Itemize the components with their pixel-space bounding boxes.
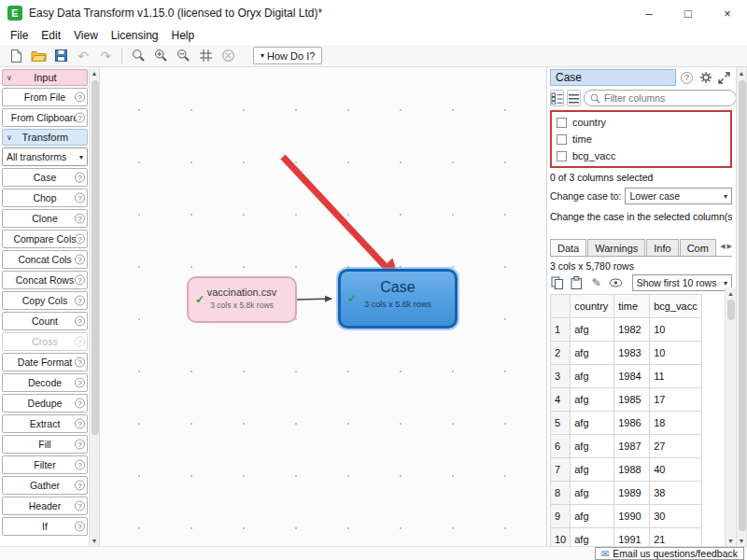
- input-section-header[interactable]: ∨ Input: [2, 69, 88, 86]
- help-icon[interactable]: ?: [75, 481, 85, 491]
- node-vaccination-csv[interactable]: ✓ vaccination.csv 3 cols x 5.8k rows: [187, 276, 297, 323]
- sidebar-item-concat-cols[interactable]: Concat Cols?: [2, 250, 88, 269]
- menu-licensing[interactable]: Licensing: [105, 27, 165, 44]
- panel-expand-button[interactable]: [716, 70, 732, 86]
- sidebar-scrollbar[interactable]: ▲ ▼: [89, 67, 100, 546]
- scrollbar-thumb[interactable]: [739, 80, 746, 531]
- sidebar-item-compare-cols[interactable]: Compare Cols?: [2, 230, 88, 248]
- panel-settings-button[interactable]: [698, 70, 713, 86]
- help-icon[interactable]: ?: [75, 460, 85, 470]
- how-do-i-button[interactable]: ▾ How Do I?: [253, 47, 322, 64]
- menu-view[interactable]: View: [67, 27, 105, 44]
- column-row-bcg-vacc[interactable]: bcg_vacc: [552, 147, 730, 164]
- help-icon[interactable]: ?: [75, 316, 85, 327]
- help-icon[interactable]: ?: [75, 214, 85, 224]
- column-row-time[interactable]: time: [552, 131, 730, 147]
- paste-button[interactable]: [570, 275, 585, 290]
- help-icon[interactable]: ?: [75, 440, 85, 450]
- sidebar-item-clone[interactable]: Clone?: [2, 209, 88, 228]
- from-clipboard-button[interactable]: From Clipboard ?: [2, 108, 88, 127]
- col-header-bcg-vacc[interactable]: bcg_vacc: [650, 295, 701, 318]
- table-row[interactable]: 7afg198840: [551, 458, 702, 482]
- help-icon[interactable]: ?: [75, 255, 85, 265]
- sidebar-item-fill[interactable]: Fill?: [2, 435, 88, 454]
- transform-section-header[interactable]: ∨ Transform: [2, 129, 88, 146]
- filter-columns-searchbox[interactable]: [584, 90, 737, 106]
- table-scrollbar[interactable]: ▲ ▼: [725, 287, 736, 546]
- tab-warnings[interactable]: Warnings: [587, 239, 645, 256]
- scroll-down-icon[interactable]: ▼: [90, 535, 99, 546]
- edit-button[interactable]: ✎: [589, 275, 604, 290]
- change-case-dropdown[interactable]: Lower case ▾: [625, 188, 732, 204]
- cancel-button[interactable]: [218, 47, 238, 65]
- table-row[interactable]: 5afg198618: [551, 412, 702, 435]
- checkbox-icon[interactable]: [557, 134, 567, 145]
- checkbox-icon[interactable]: [557, 151, 567, 161]
- column-list-view-button[interactable]: [567, 90, 581, 106]
- show-rows-dropdown[interactable]: Show first 10 rows ▾: [632, 274, 732, 291]
- col-header-country[interactable]: country: [571, 295, 614, 318]
- sidebar-item-dedupe[interactable]: Dedupe?: [2, 394, 88, 413]
- minimize-button[interactable]: –: [629, 0, 669, 26]
- tab-comments[interactable]: Com: [680, 239, 716, 256]
- help-icon[interactable]: ?: [75, 501, 85, 511]
- help-icon[interactable]: ?: [75, 296, 85, 306]
- sidebar-item-gather[interactable]: Gather?: [2, 476, 88, 495]
- table-row[interactable]: 6afg198727: [551, 435, 702, 458]
- copy-button[interactable]: [550, 275, 565, 290]
- col-header-time[interactable]: time: [614, 295, 650, 318]
- sidebar-item-decode[interactable]: Decode?: [2, 373, 88, 392]
- sidebar-item-concat-rows[interactable]: Concat Rows?: [2, 271, 88, 289]
- filter-columns-input[interactable]: [604, 92, 730, 104]
- scroll-down-icon[interactable]: ▼: [726, 535, 736, 546]
- preview-button[interactable]: [609, 275, 624, 290]
- tab-data[interactable]: Data: [550, 239, 586, 257]
- sidebar-item-if[interactable]: If?: [2, 517, 88, 536]
- tab-scroll-right-icon[interactable]: ▶: [727, 243, 732, 250]
- close-button[interactable]: ×: [708, 0, 747, 26]
- new-file-button[interactable]: [6, 47, 26, 65]
- toggle-grid-button[interactable]: [195, 47, 216, 65]
- save-button[interactable]: [50, 47, 71, 65]
- menu-file[interactable]: File: [4, 27, 35, 44]
- scroll-up-icon[interactable]: ▲: [90, 67, 99, 78]
- panel-help-button[interactable]: ?: [679, 70, 695, 86]
- scroll-up-icon[interactable]: ▲: [737, 67, 746, 78]
- help-icon[interactable]: ?: [75, 522, 85, 532]
- zoom-in-button[interactable]: [150, 47, 171, 65]
- redo-button[interactable]: ↷: [95, 47, 116, 65]
- feedback-button[interactable]: ✉ Email us questions/feedback: [595, 547, 744, 560]
- help-icon[interactable]: ?: [75, 378, 85, 388]
- table-row[interactable]: 2afg198310: [551, 342, 702, 365]
- all-transforms-dropdown[interactable]: All transforms ▾: [2, 147, 88, 166]
- scroll-up-icon[interactable]: ▲: [726, 287, 736, 299]
- table-row[interactable]: 1afg198210: [551, 318, 702, 342]
- table-row[interactable]: 4afg198517: [551, 388, 702, 412]
- checkbox-icon[interactable]: [557, 118, 567, 128]
- scrollbar-thumb[interactable]: [727, 300, 735, 320]
- help-icon[interactable]: ?: [75, 275, 85, 286]
- zoom-fit-button[interactable]: [128, 47, 148, 65]
- undo-button[interactable]: ↶: [73, 47, 93, 65]
- help-icon[interactable]: ?: [75, 113, 85, 123]
- zoom-out-button[interactable]: [173, 47, 193, 65]
- node-case[interactable]: ✓ Case 3 cols x 5.8k rows: [338, 269, 458, 329]
- column-checklist-view-button[interactable]: [550, 90, 564, 106]
- help-icon[interactable]: ?: [75, 92, 85, 103]
- sidebar-item-header[interactable]: Header?: [2, 497, 88, 515]
- from-file-button[interactable]: From File ?: [2, 88, 88, 106]
- tab-scroll-left-icon[interactable]: ◀: [720, 243, 725, 250]
- sidebar-item-filter[interactable]: Filter?: [2, 455, 88, 474]
- table-row[interactable]: 9afg199030: [551, 505, 702, 528]
- panel-scrollbar[interactable]: ▲ ▼: [736, 67, 747, 546]
- sidebar-item-count[interactable]: Count?: [2, 312, 88, 330]
- sidebar-item-date-format[interactable]: Date Format?: [2, 353, 88, 371]
- open-file-button[interactable]: [28, 47, 49, 65]
- sidebar-item-chop[interactable]: Chop?: [2, 189, 88, 207]
- scrollbar-thumb[interactable]: [92, 80, 99, 435]
- column-row-country[interactable]: country: [552, 114, 730, 131]
- tab-info[interactable]: Info: [646, 239, 678, 256]
- help-icon[interactable]: ?: [75, 399, 85, 409]
- canvas[interactable]: ✓ vaccination.csv 3 cols x 5.8k rows ✓ C…: [100, 67, 546, 546]
- sidebar-item-extract[interactable]: Extract?: [2, 414, 88, 433]
